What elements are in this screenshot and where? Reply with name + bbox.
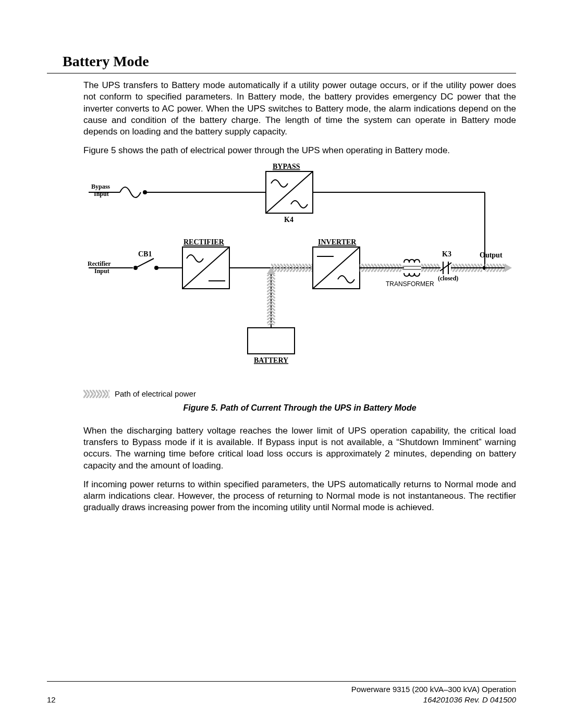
footer-rev-line: 164201036 Rev. D 041500: [351, 695, 516, 705]
label-k3: K3: [442, 250, 451, 258]
figure-caption: Figure 5. Path of Current Through the UP…: [83, 403, 516, 414]
legend-text: Path of electrical power: [115, 389, 196, 399]
svg-rect-5: [83, 390, 109, 398]
label-bypass-input-2: Input: [94, 190, 109, 198]
paragraph-1: The UPS transfers to Battery mode automa…: [83, 80, 516, 137]
label-output: Output: [480, 251, 503, 259]
footer-product-line: Powerware 9315 (200 kVA–300 kVA) Operati…: [351, 684, 516, 695]
paragraph-2: Figure 5 shows the path of electrical po…: [83, 145, 516, 156]
powerpath-dc-to-inverter: [271, 264, 313, 272]
label-transformer: TRANSFORMER: [386, 280, 434, 288]
label-rect-input-1: Rectifier: [88, 260, 111, 267]
page-number: 12: [47, 695, 56, 705]
label-k4: K4: [284, 216, 293, 224]
svg-line-4: [440, 263, 451, 271]
page-footer: 12 Powerware 9315 (200 kVA–300 kVA) Oper…: [47, 681, 516, 705]
label-bypass-input-1: Bypass: [91, 183, 110, 190]
label-cb1: CB1: [138, 250, 152, 258]
paragraph-4: If incoming power returns to within spec…: [83, 479, 516, 513]
figure-legend: Path of electrical power: [83, 389, 516, 399]
sine-bypass-input: [120, 187, 141, 198]
k3-contactor: [440, 262, 451, 274]
section-rule: [47, 73, 516, 73]
page: Battery Mode The UPS transfers to Batter…: [0, 0, 563, 728]
legend-chevron-icon: [83, 390, 109, 398]
label-inverter: INVERTER: [318, 238, 357, 246]
label-rect-input-2: Input: [94, 267, 109, 275]
label-battery: BATTERY: [254, 356, 288, 364]
arrow-output: [505, 264, 512, 272]
label-k3-closed: (closed): [438, 275, 458, 282]
label-rectifier: RECTIFIER: [183, 238, 225, 246]
cb1-arm: [136, 258, 154, 268]
paragraph-3: When the discharging battery voltage rea…: [83, 425, 516, 471]
figure-5: .boldSer{font:700 14px "Times New Roman"…: [83, 164, 516, 382]
section-title: Battery Mode: [63, 52, 516, 71]
powerpath-battery-up: [267, 273, 275, 325]
label-bypass: BYPASS: [273, 164, 300, 170]
transformer-symbol: [402, 260, 421, 276]
battery-block: [248, 328, 295, 354]
